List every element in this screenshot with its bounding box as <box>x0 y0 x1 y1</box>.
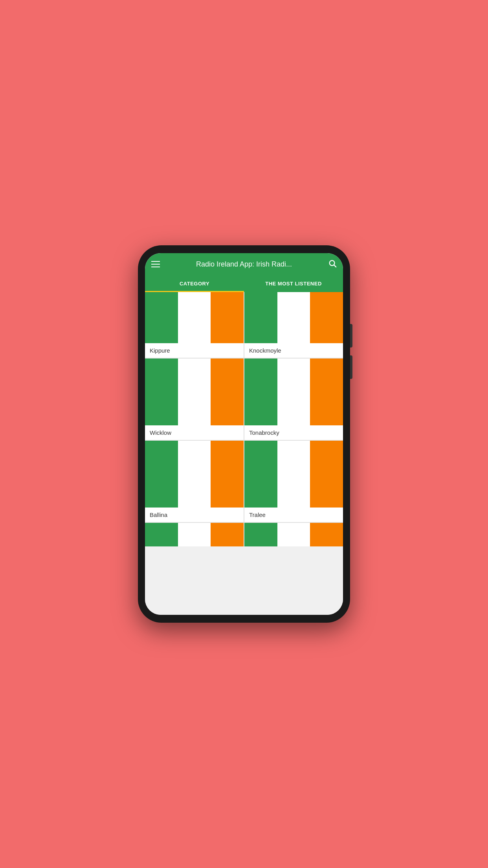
flag-partial-1 <box>145 523 244 546</box>
flag-white-stripe <box>277 523 310 546</box>
app-bar: Radio Ireland App: Irish Radi... <box>145 253 343 275</box>
station-item-tralee[interactable]: Tralee <box>244 441 343 522</box>
tab-category[interactable]: CATEGORY <box>145 275 244 292</box>
flag-white-stripe <box>277 441 310 508</box>
flag-knockmoyle <box>244 292 343 343</box>
station-grid-container: Kippure Knockmoyle <box>145 292 343 615</box>
station-item-kippure[interactable]: Kippure <box>145 292 244 358</box>
tab-most-listened[interactable]: THE MOST LISTENED <box>244 275 343 292</box>
station-grid: Kippure Knockmoyle <box>145 292 343 546</box>
station-item-knockmoyle[interactable]: Knockmoyle <box>244 292 343 358</box>
station-item-partial-2[interactable] <box>244 523 343 546</box>
flag-orange-stripe <box>211 441 244 508</box>
flag-white-stripe <box>178 441 211 508</box>
flag-white-stripe <box>277 359 310 425</box>
flag-green-stripe <box>244 523 277 546</box>
phone-device: Radio Ireland App: Irish Radi... CATEGOR… <box>138 245 350 623</box>
station-item-ballina[interactable]: Ballina <box>145 441 244 522</box>
flag-orange-stripe <box>310 523 343 546</box>
flag-white-stripe <box>277 292 310 343</box>
flag-orange-stripe <box>310 441 343 508</box>
flag-tralee <box>244 441 343 508</box>
flag-orange-stripe <box>310 292 343 343</box>
flag-partial-2 <box>244 523 343 546</box>
flag-tonabrocky <box>244 359 343 425</box>
station-item-wicklow[interactable]: Wicklow <box>145 359 244 440</box>
flag-green-stripe <box>244 292 277 343</box>
svg-line-1 <box>334 265 336 267</box>
flag-green-stripe <box>244 359 277 425</box>
station-name-tralee: Tralee <box>244 508 343 522</box>
station-name-kippure: Kippure <box>145 343 244 358</box>
flag-orange-stripe <box>310 359 343 425</box>
flag-white-stripe <box>178 523 211 546</box>
flag-white-stripe <box>178 292 211 343</box>
menu-button[interactable] <box>151 261 160 267</box>
flag-orange-stripe <box>211 359 244 425</box>
flag-ballina <box>145 441 244 508</box>
tab-bar: CATEGORY THE MOST LISTENED <box>145 275 343 292</box>
flag-kippure <box>145 292 244 343</box>
station-name-knockmoyle: Knockmoyle <box>244 343 343 358</box>
flag-green-stripe <box>145 441 178 508</box>
flag-green-stripe <box>145 523 178 546</box>
app-title: Radio Ireland App: Irish Radi... <box>164 260 324 268</box>
station-item-tonabrocky[interactable]: Tonabrocky <box>244 359 343 440</box>
station-name-tonabrocky: Tonabrocky <box>244 425 343 440</box>
search-icon[interactable] <box>328 259 337 270</box>
station-name-ballina: Ballina <box>145 508 244 522</box>
station-item-partial-1[interactable] <box>145 523 244 546</box>
flag-green-stripe <box>145 292 178 343</box>
flag-wicklow <box>145 359 244 425</box>
flag-white-stripe <box>178 359 211 425</box>
flag-orange-stripe <box>211 292 244 343</box>
phone-screen: Radio Ireland App: Irish Radi... CATEGOR… <box>145 253 343 615</box>
flag-orange-stripe <box>211 523 244 546</box>
flag-green-stripe <box>145 359 178 425</box>
station-name-wicklow: Wicklow <box>145 425 244 440</box>
flag-green-stripe <box>244 441 277 508</box>
